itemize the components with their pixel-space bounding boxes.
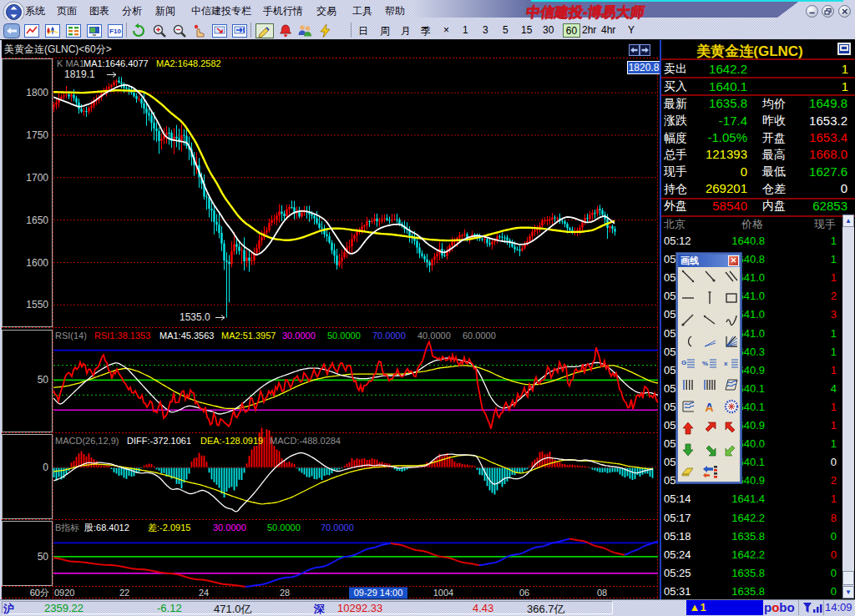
svg-text:22: 22 — [119, 588, 129, 598]
svg-text:1550: 1550 — [26, 299, 48, 311]
svg-text:K MA1MA1:1646.4077MA2:1648.258: K MA1MA1:1646.4077MA2:1648.2582 — [57, 58, 221, 68]
svg-text:F10: F10 — [109, 28, 121, 35]
svg-text:1004: 1004 — [433, 588, 453, 598]
svg-text:1650: 1650 — [26, 215, 48, 226]
svg-text:24: 24 — [199, 588, 209, 598]
svg-text:09-29 14:00: 09-29 14:00 — [354, 588, 403, 598]
svg-text:RSI(14)RSI1:38.1353MA1:45.3563: RSI(14)RSI1:38.1353MA1:45.3563MA2:51.395… — [55, 331, 496, 341]
svg-text:06: 06 — [519, 588, 529, 598]
svg-text:1600: 1600 — [26, 257, 48, 269]
svg-text:A: A — [706, 401, 714, 414]
svg-text:08: 08 — [597, 588, 607, 598]
svg-text:1700: 1700 — [26, 172, 48, 184]
svg-text:1535.0: 1535.0 — [180, 311, 210, 323]
svg-text:美黄金连(GLNC)<60分>: 美黄金连(GLNC)<60分> — [4, 43, 112, 55]
svg-text:28: 28 — [280, 588, 290, 598]
svg-text:1820.8: 1820.8 — [629, 62, 660, 73]
svg-text:1800: 1800 — [26, 87, 48, 98]
svg-text:%: % — [702, 360, 708, 367]
svg-text:60分: 60分 — [30, 588, 49, 598]
svg-text:50: 50 — [38, 374, 49, 386]
svg-text:50: 50 — [38, 551, 49, 563]
svg-text:x: x — [724, 360, 728, 367]
svg-text:0: 0 — [43, 462, 48, 473]
svg-text:1750: 1750 — [26, 129, 48, 141]
svg-text:G: G — [681, 359, 686, 366]
svg-text:1819.1: 1819.1 — [64, 68, 95, 80]
svg-text:0920: 0920 — [54, 588, 74, 598]
